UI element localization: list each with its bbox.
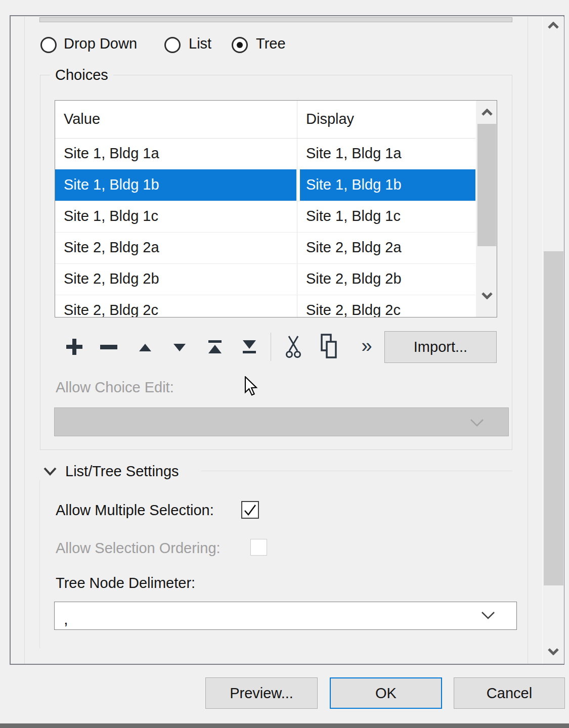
radio-list[interactable] (164, 37, 181, 53)
double-chevron-right-icon: » (361, 335, 372, 357)
move-up-button[interactable] (138, 338, 153, 357)
dialog-scrollbar[interactable] (542, 17, 564, 664)
triangle-down-icon (173, 344, 186, 351)
table-scrollbar-thumb[interactable] (477, 124, 496, 246)
move-down-button[interactable] (172, 338, 187, 357)
inner-panel-right-border (528, 17, 528, 664)
choice-row[interactable]: Site 2, Bldg 2b Site 2, Bldg 2b (55, 263, 475, 295)
import-button[interactable]: Import... (384, 331, 497, 363)
tree-node-delimiter-combo[interactable]: , (54, 602, 517, 630)
list-tree-settings-title[interactable]: List/Tree Settings (65, 463, 179, 480)
mouse-cursor (244, 376, 258, 396)
scroll-down-icon[interactable] (481, 292, 493, 299)
radio-tree[interactable] (232, 37, 248, 53)
move-to-bottom-button[interactable] (241, 336, 257, 358)
scroll-down-icon[interactable] (547, 648, 559, 655)
triangle-down-bar-icon (242, 340, 256, 353)
radio-drop-down-label[interactable]: Drop Down (64, 35, 137, 52)
cancel-button[interactable]: Cancel (454, 677, 565, 709)
chevron-down-icon[interactable] (480, 610, 496, 620)
scissors-icon (285, 335, 302, 358)
dialog-scrollbar-thumb[interactable] (544, 251, 563, 585)
choice-row[interactable]: Site 1, Bldg 1a Site 1, Bldg 1a (55, 138, 475, 170)
allow-multiple-selection-label: Allow Multiple Selection: (56, 502, 214, 519)
tree-node-delimiter-label: Tree Node Delimeter: (56, 575, 195, 592)
remove-choice-button[interactable] (99, 337, 118, 357)
window-bottom-edge (0, 723, 569, 728)
copy-button[interactable] (319, 333, 340, 361)
allow-choice-edit-dropdown (54, 407, 509, 436)
collapse-chevron-icon[interactable] (42, 466, 58, 476)
table-header-row: Value Display (55, 101, 475, 139)
radio-drop-down[interactable] (40, 37, 57, 53)
chevron-down-icon (469, 418, 485, 427)
triangle-up-icon (139, 344, 151, 351)
choices-group-title: Choices (50, 67, 113, 83)
toolbar-separator (271, 333, 271, 361)
choices-properties-dialog: Drop Down List Tree Choices Value Displa… (0, 0, 569, 728)
minus-icon (100, 345, 117, 349)
allow-choice-edit-label: Allow Choice Edit: (56, 379, 174, 396)
radio-list-label[interactable]: List (189, 35, 211, 52)
checkmark-icon (242, 502, 258, 518)
cut-button[interactable] (283, 334, 303, 360)
choice-row[interactable]: Site 2, Bldg 2c Site 2, Bldg 2c (55, 295, 475, 317)
tree-node-delimiter-value: , (64, 610, 68, 628)
section-guide-line (39, 480, 40, 648)
preview-button[interactable]: Preview... (205, 677, 318, 709)
allow-selection-ordering-checkbox (250, 539, 267, 556)
inner-panel-left-border (24, 17, 25, 664)
choice-row[interactable]: Site 1, Bldg 1c Site 1, Bldg 1c (55, 201, 475, 233)
allow-multiple-selection-checkbox[interactable] (241, 501, 259, 519)
allow-selection-ordering-label: Allow Selection Ordering: (56, 540, 221, 557)
choice-row-selected[interactable]: Site 1, Bldg 1b Site 1, Bldg 1b (55, 169, 475, 201)
copy-icon (320, 334, 338, 360)
section-title-rule (201, 471, 512, 471)
choices-table: Value Display Site 1, Bldg 1a Site 1, Bl… (55, 100, 497, 317)
clipped-control-above (39, 17, 512, 22)
column-header-display: Display (306, 111, 354, 127)
move-to-top-button[interactable] (207, 336, 223, 358)
triangle-up-bar-icon (208, 340, 222, 353)
table-scrollbar[interactable] (475, 101, 497, 317)
scroll-up-icon[interactable] (547, 22, 559, 29)
plus-icon (65, 338, 83, 356)
add-choice-button[interactable] (64, 336, 84, 358)
choice-row[interactable]: Site 2, Bldg 2a Site 2, Bldg 2a (55, 232, 475, 264)
ok-button[interactable]: OK (330, 677, 442, 709)
column-header-value: Value (64, 111, 100, 127)
more-actions-button[interactable]: » (357, 334, 377, 358)
scroll-up-icon[interactable] (481, 109, 493, 116)
radio-tree-label[interactable]: Tree (256, 35, 286, 52)
